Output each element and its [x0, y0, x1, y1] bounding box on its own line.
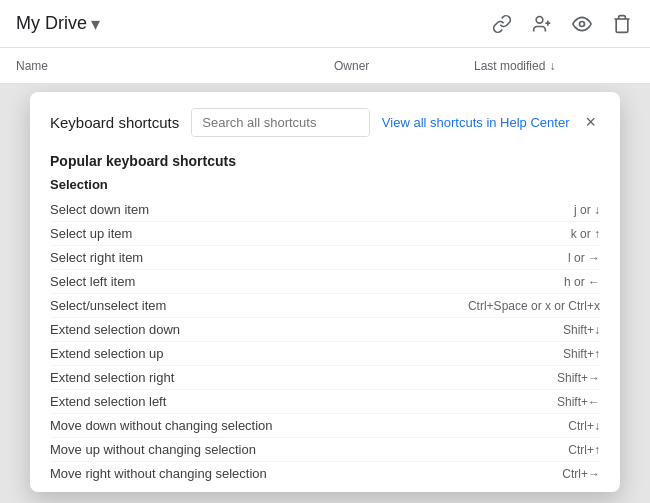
shortcut-row: Move right without changing selectionCtr… [50, 462, 600, 485]
modal-overlay: Keyboard shortcuts View all shortcuts in… [0, 84, 650, 503]
drive-title: My Drive [16, 13, 87, 34]
modal-title: Keyboard shortcuts [50, 114, 179, 131]
popular-title: Popular keyboard shortcuts [50, 149, 600, 169]
shortcut-action-label: Move up without changing selection [50, 442, 420, 457]
svg-point-0 [536, 16, 543, 23]
shortcut-search-input[interactable] [192, 109, 370, 136]
shortcut-action-label: Select right item [50, 250, 420, 265]
shortcut-key-label: k or ↑ [420, 227, 600, 241]
add-person-icon[interactable] [530, 12, 554, 36]
modal-header: Keyboard shortcuts View all shortcuts in… [30, 92, 620, 149]
shortcut-action-label: Extend selection up [50, 346, 420, 361]
sort-icon[interactable]: ↓ [549, 59, 555, 73]
shortcut-action-label: Select/unselect item [50, 298, 420, 313]
link-icon[interactable] [490, 12, 514, 36]
eye-icon[interactable] [570, 12, 594, 36]
shortcut-row: Extend selection leftShift+← [50, 390, 600, 414]
close-button[interactable]: × [581, 108, 600, 137]
shortcut-action-label: Select up item [50, 226, 420, 241]
shortcut-action-label: Extend selection left [50, 394, 420, 409]
header-left: My Drive ▾ [16, 13, 100, 35]
header-actions [490, 12, 634, 36]
selection-section-title: Selection [50, 177, 600, 192]
main-content: Keyboard shortcuts View all shortcuts in… [0, 84, 650, 503]
shortcut-action-label: Select down item [50, 202, 420, 217]
shortcut-action-label: Move right without changing selection [50, 466, 420, 481]
trash-icon[interactable] [610, 12, 634, 36]
shortcut-action-label: Move down without changing selection [50, 418, 420, 433]
shortcuts-modal: Keyboard shortcuts View all shortcuts in… [30, 92, 620, 492]
shortcut-key-label: Ctrl+↑ [420, 443, 600, 457]
shortcut-row: Extend selection downShift+↓ [50, 318, 600, 342]
shortcut-row: Move up without changing selectionCtrl+↑ [50, 438, 600, 462]
shortcut-key-label: h or ← [420, 275, 600, 289]
shortcut-key-label: Ctrl+→ [420, 467, 600, 481]
help-center-link[interactable]: View all shortcuts in Help Center [382, 115, 570, 130]
shortcut-key-label: Shift+← [420, 395, 600, 409]
shortcut-key-label: Shift+↑ [420, 347, 600, 361]
shortcut-key-label: l or → [420, 251, 600, 265]
search-container [191, 108, 370, 137]
shortcut-row: Select left itemh or ← [50, 270, 600, 294]
shortcut-action-label: Select left item [50, 274, 420, 289]
col-modified-header: Last modified ↓ [474, 59, 634, 73]
shortcut-key-label: Ctrl+Space or x or Ctrl+x [420, 299, 600, 313]
table-header: Name Owner Last modified ↓ [0, 48, 650, 84]
svg-point-3 [580, 21, 585, 26]
shortcut-action-label: Extend selection down [50, 322, 420, 337]
shortcut-key-label: Shift+→ [420, 371, 600, 385]
app-header: My Drive ▾ [0, 0, 650, 48]
shortcut-row: Move down without changing selectionCtrl… [50, 414, 600, 438]
shortcut-row: Select/unselect itemCtrl+Space or x or C… [50, 294, 600, 318]
shortcut-key-label: Shift+↓ [420, 323, 600, 337]
modal-body[interactable]: Popular keyboard shortcuts Selection Sel… [30, 149, 620, 492]
shortcut-row: Extend selection rightShift+→ [50, 366, 600, 390]
shortcuts-list: Select down itemj or ↓Select up itemk or… [50, 198, 600, 485]
shortcut-key-label: Ctrl+↓ [420, 419, 600, 433]
col-name-header: Name [16, 59, 334, 73]
col-owner-header: Owner [334, 59, 474, 73]
shortcut-row: Select right iteml or → [50, 246, 600, 270]
shortcut-row: Select down itemj or ↓ [50, 198, 600, 222]
shortcut-key-label: j or ↓ [420, 203, 600, 217]
chevron-down-icon[interactable]: ▾ [91, 13, 100, 35]
shortcut-action-label: Extend selection right [50, 370, 420, 385]
shortcut-row: Select up itemk or ↑ [50, 222, 600, 246]
shortcut-row: Extend selection upShift+↑ [50, 342, 600, 366]
